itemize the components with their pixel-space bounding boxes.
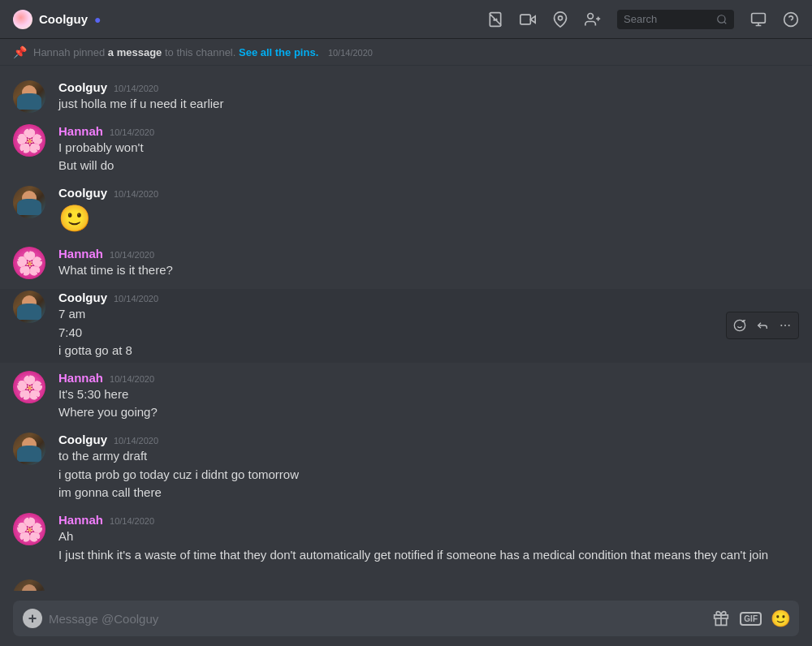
message-text: just holla me if u need it earlier	[58, 96, 799, 113]
svg-point-6	[718, 15, 725, 22]
message-text: I probably won't	[58, 140, 799, 157]
message-text: It's 5:30 here	[58, 386, 799, 403]
message-text: 7:40	[58, 325, 799, 342]
message-group: Hannah 10/14/2020 I probably won't But w…	[0, 123, 812, 178]
pin-icon[interactable]	[552, 11, 568, 28]
message-timestamp: 10/14/2020	[110, 374, 154, 384]
message-group: Coolguy 10/14/2020 🙂	[0, 184, 812, 239]
message-text: 7 am	[58, 306, 799, 323]
message-timestamp: 10/14/2020	[110, 250, 154, 260]
reply-button[interactable]	[753, 316, 772, 335]
input-area: + GIF 🙂	[0, 591, 812, 646]
message-input[interactable]	[49, 612, 706, 626]
svg-rect-8	[752, 13, 766, 23]
pin-icon-small: 📌	[13, 45, 27, 58]
attach-button[interactable]: +	[23, 609, 42, 628]
avatar-coolguy	[13, 579, 45, 591]
message-content: Coolguy 10/14/2020 just holla me if u ne…	[58, 80, 799, 114]
message-group: Coolguy 10/14/2020 to the army draft i g…	[0, 431, 812, 505]
inbox-icon[interactable]	[750, 11, 767, 28]
see-all-pins-link[interactable]: See all the pins.	[239, 46, 318, 58]
message-group	[0, 578, 812, 591]
message-text: to the army draft	[58, 448, 799, 465]
svg-rect-1	[520, 15, 531, 24]
svg-marker-0	[530, 15, 535, 22]
add-reaction-button[interactable]	[730, 316, 749, 335]
avatar-coolguy	[13, 291, 45, 323]
message-header: Coolguy 10/14/2020	[58, 291, 799, 304]
message-author: Hannah	[58, 371, 103, 385]
message-group: Hannah 10/14/2020 Ah I just think it's a…	[0, 511, 812, 571]
search-box[interactable]: Search	[617, 10, 734, 29]
avatar-hannah	[13, 371, 45, 403]
message-timestamp: 10/14/2020	[114, 84, 158, 93]
search-icon	[716, 14, 728, 25]
message-group: Hannah 10/14/2020 What time is it there?	[0, 245, 812, 282]
emoji-button[interactable]: 🙂	[771, 609, 789, 627]
topbar-verified-icon: ●	[94, 13, 101, 26]
message-text: i gotta go at 8	[58, 342, 799, 360]
video-icon[interactable]	[520, 11, 536, 28]
avatar-coolguy	[13, 80, 45, 113]
message-text: Ah	[58, 528, 799, 545]
avatar-hannah	[13, 513, 45, 545]
chat-area: Coolguy 10/14/2020 just holla me if u ne…	[0, 66, 812, 591]
message-text: im gonna call there	[58, 484, 799, 502]
message-header: Hannah 10/14/2020	[58, 371, 799, 385]
message-content: Hannah 10/14/2020 Ah I just think it's a…	[58, 513, 799, 565]
message-text: But will do	[58, 157, 799, 174]
topbar-left: Coolguy ●	[13, 10, 101, 29]
pin-text: Hannah pinned a message to this channel.…	[33, 46, 373, 58]
message-header: Coolguy 10/14/2020	[58, 80, 799, 94]
svg-point-2	[559, 15, 563, 19]
message-author: Hannah	[58, 513, 103, 527]
avatar-hannah	[13, 247, 45, 279]
message-author: Coolguy	[58, 186, 107, 200]
avatar-hannah	[13, 124, 45, 157]
message-content	[58, 579, 799, 591]
message-group: Coolguy 10/14/2020 7 am 7:40 i gotta go …	[0, 289, 812, 363]
topbar: Coolguy ●	[0, 0, 812, 39]
message-content: Coolguy 10/14/2020 7 am 7:40 i gotta go …	[58, 291, 799, 361]
svg-point-18	[784, 325, 786, 326]
message-text: What time is it there?	[58, 262, 799, 279]
message-content: Coolguy 10/14/2020 🙂	[58, 186, 799, 237]
message-content: Hannah 10/14/2020 It's 5:30 here Where y…	[58, 371, 799, 423]
message-author: Coolguy	[58, 433, 107, 446]
gif-button[interactable]: GIF	[740, 612, 762, 626]
message-author: Hannah	[58, 247, 103, 261]
message-author: Coolguy	[58, 80, 107, 94]
message-timestamp: 10/14/2020	[114, 436, 158, 446]
message-author: Hannah	[58, 124, 103, 138]
message-text: I just think it's a waste of time that t…	[58, 547, 799, 564]
topbar-username: Coolguy	[39, 12, 88, 26]
search-placeholder: Search	[624, 13, 713, 25]
svg-point-19	[788, 325, 790, 326]
message-header: Coolguy 10/14/2020	[58, 433, 799, 446]
more-options-button[interactable]	[775, 316, 795, 335]
help-icon[interactable]	[783, 11, 799, 28]
avatar-coolguy	[13, 186, 45, 218]
message-header: Hannah 10/14/2020	[58, 247, 799, 261]
message-group: Hannah 10/14/2020 It's 5:30 here Where y…	[0, 369, 812, 424]
input-box: + GIF 🙂	[13, 601, 799, 636]
message-text: Where you going?	[58, 404, 799, 421]
avatar-coolguy	[13, 433, 45, 465]
message-header: Coolguy 10/14/2020	[58, 186, 799, 200]
message-content: Hannah 10/14/2020 I probably won't But w…	[58, 124, 799, 176]
topbar-avatar	[13, 10, 32, 29]
message-header: Hannah 10/14/2020	[58, 124, 799, 138]
phone-slash-icon[interactable]	[487, 11, 503, 28]
pinned-notification: 📌 Hannah pinned a message to this channe…	[0, 39, 812, 66]
message-timestamp: 10/14/2020	[110, 127, 154, 137]
message-author: Coolguy	[58, 291, 107, 304]
message-timestamp: 10/14/2020	[114, 294, 158, 304]
message-group: Coolguy 10/14/2020 just holla me if u ne…	[0, 79, 812, 116]
message-header: Hannah 10/14/2020	[58, 513, 799, 527]
svg-line-7	[724, 21, 727, 24]
svg-point-17	[780, 325, 782, 326]
gift-icon[interactable]	[712, 609, 730, 627]
message-actions	[726, 312, 799, 339]
add-friend-icon[interactable]	[585, 11, 601, 28]
message-timestamp: 10/14/2020	[114, 189, 158, 199]
